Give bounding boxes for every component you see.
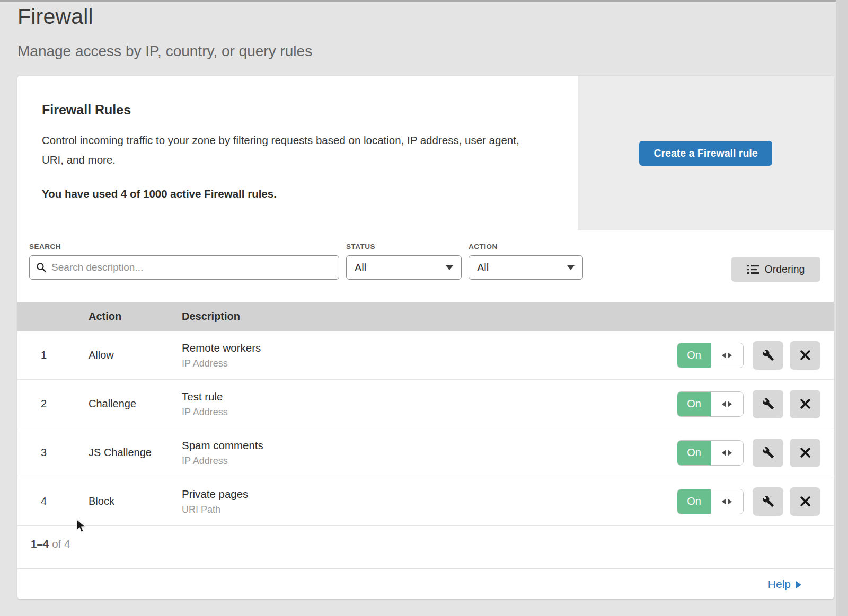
search-input-wrap xyxy=(29,255,339,280)
page-title: Firewall xyxy=(17,4,312,29)
status-filter: STATUS All xyxy=(346,243,462,280)
table-header-row: Action Description xyxy=(17,302,834,331)
toggle-on-label: On xyxy=(677,392,711,416)
card-description: Control incoming traffic to your zone by… xyxy=(42,130,541,169)
rule-enabled-toggle[interactable]: On xyxy=(677,343,744,368)
page-subtitle: Manage access by IP, country, or query r… xyxy=(17,43,312,60)
rule-action: Challenge xyxy=(89,398,182,410)
firewall-rules-panel: Firewall Rules Control incoming traffic … xyxy=(17,76,834,599)
table-row: 2 Challenge Test rule IP Address On xyxy=(17,380,834,428)
rule-description-cell: Private pages URI Path xyxy=(182,488,677,515)
rule-match-type: IP Address xyxy=(182,358,677,369)
usage-count-text: You have used 4 of 1000 active Firewall … xyxy=(42,188,541,200)
action-label: ACTION xyxy=(469,243,583,251)
edit-rule-button[interactable] xyxy=(753,487,783,516)
pagination-range: 1–4 xyxy=(31,538,49,550)
action-select[interactable]: All xyxy=(469,255,583,280)
search-icon xyxy=(36,262,47,273)
rule-match-type: IP Address xyxy=(182,407,677,418)
toggle-arrows-icon xyxy=(711,489,743,514)
filter-bar: SEARCH STATUS All ACTION All xyxy=(17,230,834,302)
rule-action: Allow xyxy=(89,349,182,361)
card-heading: Firewall Rules xyxy=(42,102,541,118)
toggle-arrows-icon xyxy=(711,392,743,416)
table-row: 4 Block Private pages URI Path On xyxy=(17,477,834,526)
help-arrow-icon xyxy=(796,581,801,588)
rule-enabled-toggle[interactable]: On xyxy=(677,489,744,514)
page-header: Firewall Manage access by IP, country, o… xyxy=(17,4,312,60)
description-column-header: Description xyxy=(182,310,834,323)
action-column-header: Action xyxy=(89,310,182,323)
close-icon xyxy=(800,398,811,409)
wrench-icon xyxy=(762,398,774,410)
rule-controls: On xyxy=(677,439,834,467)
ordering-button-label: Ordering xyxy=(765,263,805,275)
delete-rule-button[interactable] xyxy=(790,390,820,418)
ordering-button[interactable]: Ordering xyxy=(731,257,820,282)
delete-rule-button[interactable] xyxy=(790,487,820,516)
search-input[interactable] xyxy=(51,262,332,273)
create-rule-area: Create a Firewall rule xyxy=(578,76,834,230)
delete-rule-button[interactable] xyxy=(790,439,820,467)
wrench-icon xyxy=(762,349,774,361)
rule-enabled-toggle[interactable]: On xyxy=(677,440,744,466)
table-row: 1 Allow Remote workers IP Address On xyxy=(17,331,834,380)
rule-description-cell: Test rule IP Address xyxy=(182,390,677,418)
ordered-list-icon xyxy=(747,265,759,274)
toggle-on-label: On xyxy=(677,343,711,368)
summary-text-block: Firewall Rules Control incoming traffic … xyxy=(17,76,578,230)
delete-rule-button[interactable] xyxy=(790,341,820,370)
caret-down-icon xyxy=(567,265,575,270)
rule-description-cell: Remote workers IP Address xyxy=(182,342,677,369)
rule-priority: 4 xyxy=(17,495,89,507)
help-link-label: Help xyxy=(768,578,791,591)
table-row: 3 JS Challenge Spam comments IP Address … xyxy=(17,428,834,477)
wrench-icon xyxy=(762,447,774,459)
rule-description: Remote workers xyxy=(182,342,677,354)
toggle-arrows-icon xyxy=(711,343,743,368)
rule-description: Test rule xyxy=(182,390,677,403)
edit-rule-button[interactable] xyxy=(753,390,783,418)
toggle-on-label: On xyxy=(677,489,711,514)
firewall-rules-summary: Firewall Rules Control incoming traffic … xyxy=(17,76,834,230)
edit-rule-button[interactable] xyxy=(753,439,783,467)
edit-rule-button[interactable] xyxy=(753,341,783,370)
rule-controls: On xyxy=(677,341,834,370)
rule-controls: On xyxy=(677,487,834,516)
rule-action: JS Challenge xyxy=(89,447,182,459)
toggle-on-label: On xyxy=(677,441,711,465)
pagination: 1–4of 4 xyxy=(17,526,834,568)
rule-controls: On xyxy=(677,390,834,418)
toggle-arrows-icon xyxy=(711,441,743,465)
page-right-gutter xyxy=(836,0,848,616)
rule-description-cell: Spam comments IP Address xyxy=(182,439,677,467)
close-icon xyxy=(800,447,811,458)
rule-priority: 1 xyxy=(17,349,89,361)
rule-description: Spam comments xyxy=(182,439,677,452)
window-top-edge xyxy=(0,0,848,2)
help-link[interactable]: Help xyxy=(768,578,801,591)
wrench-icon xyxy=(762,495,774,507)
search-label: SEARCH xyxy=(29,243,339,251)
rule-action: Block xyxy=(89,495,182,507)
caret-down-icon xyxy=(446,265,453,270)
status-select[interactable]: All xyxy=(346,255,462,280)
panel-footer: Help xyxy=(17,568,834,599)
action-selected-value: All xyxy=(477,262,489,274)
rule-description: Private pages xyxy=(182,488,677,501)
rule-match-type: URI Path xyxy=(182,504,677,515)
status-label: STATUS xyxy=(346,243,462,251)
rule-match-type: IP Address xyxy=(182,456,677,467)
rule-priority: 3 xyxy=(17,447,89,459)
rule-priority: 2 xyxy=(17,398,89,410)
status-selected-value: All xyxy=(355,262,366,274)
close-icon xyxy=(800,350,811,361)
pagination-total: of 4 xyxy=(52,538,70,550)
create-firewall-rule-button[interactable]: Create a Firewall rule xyxy=(639,141,772,166)
close-icon xyxy=(800,496,811,507)
action-filter: ACTION All xyxy=(469,243,583,280)
search-filter: SEARCH xyxy=(29,243,339,280)
rule-enabled-toggle[interactable]: On xyxy=(677,391,744,417)
